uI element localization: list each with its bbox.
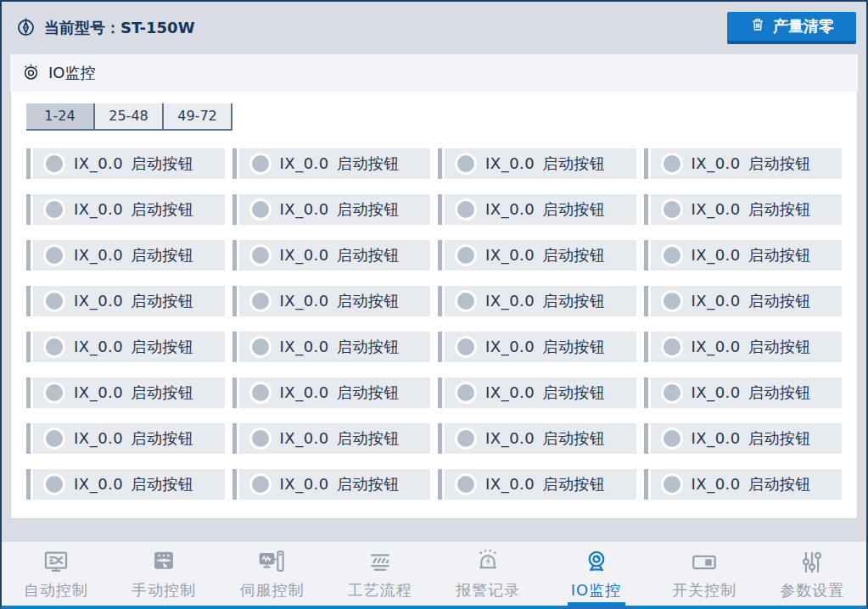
nav-label: 报警记录: [456, 580, 520, 601]
nav-item-switch-control[interactable]: 开关控制: [650, 542, 758, 606]
cell-accent-bar: [232, 423, 237, 454]
led-indicator: [457, 430, 474, 447]
io-cell: IX_0.0启动按钮: [438, 194, 636, 225]
io-code: IX_0.0: [485, 200, 535, 218]
nav-item-auto-control[interactable]: 自动控制: [2, 542, 109, 606]
io-cell: IX_0.0启动按钮: [26, 148, 225, 179]
cell-body: IX_0.0启动按钮: [445, 240, 636, 271]
tab-range-25-48[interactable]: 25-48: [95, 103, 164, 129]
io-cell: IX_0.0启动按钮: [438, 423, 636, 454]
tab-range-1-24[interactable]: 1-24: [26, 103, 95, 129]
cell-accent-bar: [644, 240, 648, 271]
io-cell: IX_0.0启动按钮: [644, 194, 843, 225]
io-label: IX_0.0启动按钮: [280, 245, 400, 265]
alarm-record-icon: [473, 547, 502, 578]
tab-range-49-72[interactable]: 49-72: [164, 103, 232, 129]
nav-item-process-flow[interactable]: 工艺流程: [326, 542, 434, 606]
nav-label: 自动控制: [24, 580, 88, 601]
cell-body: IX_0.0启动按钮: [445, 194, 636, 225]
io-range-tabs: 1-2425-4849-72: [26, 103, 232, 131]
io-name: 启动按钮: [337, 429, 400, 447]
nav-item-servo-control[interactable]: 伺服控制: [218, 542, 326, 606]
io-cell: IX_0.0启动按钮: [232, 423, 431, 454]
led-indicator: [46, 201, 63, 218]
io-label: IX_0.0启动按钮: [692, 291, 811, 311]
cell-accent-bar: [232, 286, 237, 316]
io-name: 启动按钮: [542, 338, 605, 355]
io-label: IX_0.0启动按钮: [692, 428, 811, 449]
cell-body: IX_0.0启动按钮: [445, 469, 636, 500]
cell-body: IX_0.0启动按钮: [445, 286, 636, 316]
led-indicator: [46, 247, 63, 264]
io-cell: IX_0.0启动按钮: [232, 332, 431, 362]
io-code: IX_0.0: [485, 292, 535, 310]
cell-body: IX_0.0启动按钮: [239, 377, 431, 408]
cell-accent-bar: [232, 194, 237, 225]
io-code: IX_0.0: [280, 475, 329, 493]
io-label: IX_0.0启动按钮: [692, 474, 811, 494]
io-cell: IX_0.0启动按钮: [26, 286, 225, 316]
io-monitor-icon: [582, 547, 611, 578]
monitor-eye-icon: [21, 62, 41, 85]
nav-item-io-monitor[interactable]: IO监控: [542, 542, 650, 606]
cell-accent-bar: [644, 194, 648, 225]
cell-accent-bar: [438, 194, 442, 225]
cell-body: IX_0.0启动按钮: [651, 240, 843, 271]
cell-body: IX_0.0启动按钮: [651, 148, 843, 179]
cell-body: IX_0.0启动按钮: [33, 148, 225, 179]
io-name: 启动按钮: [748, 429, 811, 447]
io-cell: IX_0.0启动按钮: [232, 148, 431, 179]
cell-accent-bar: [438, 377, 442, 408]
cell-body: IX_0.0启动按钮: [445, 423, 636, 454]
io-cell: IX_0.0启动按钮: [438, 332, 636, 362]
cell-accent-bar: [644, 377, 648, 408]
io-cell: IX_0.0启动按钮: [232, 240, 431, 271]
led-indicator: [252, 155, 269, 172]
cell-body: IX_0.0启动按钮: [239, 423, 431, 454]
led-indicator: [457, 155, 474, 172]
led-indicator: [457, 338, 474, 355]
cell-accent-bar: [438, 423, 442, 454]
cell-accent-bar: [26, 286, 31, 316]
io-name: 启动按钮: [542, 383, 605, 401]
io-name: 启动按钮: [542, 429, 605, 447]
io-name: 启动按钮: [337, 154, 400, 172]
io-cell: IX_0.0启动按钮: [26, 332, 225, 362]
cell-accent-bar: [26, 469, 31, 500]
io-name: 启动按钮: [748, 383, 811, 401]
io-name: 启动按钮: [748, 475, 811, 493]
io-code: IX_0.0: [280, 292, 329, 310]
cell-accent-bar: [438, 469, 442, 500]
cell-body: IX_0.0启动按钮: [33, 286, 225, 316]
io-name: 启动按钮: [748, 292, 811, 310]
cell-accent-bar: [232, 148, 237, 179]
production-clear-button[interactable]: 产量清零: [727, 12, 856, 44]
led-indicator: [457, 476, 474, 493]
io-cell: IX_0.0启动按钮: [232, 377, 431, 408]
cell-accent-bar: [644, 148, 648, 179]
io-label: IX_0.0启动按钮: [485, 474, 605, 494]
cell-accent-bar: [26, 240, 31, 271]
top-bar: 当前型号：ST-150W 产量清零: [2, 2, 866, 54]
nav-label: IO监控: [571, 580, 621, 601]
io-name: 启动按钮: [131, 154, 193, 172]
io-code: IX_0.0: [692, 383, 741, 401]
io-name: 启动按钮: [131, 429, 193, 447]
io-code: IX_0.0: [280, 429, 329, 447]
io-cell: IX_0.0启动按钮: [26, 423, 225, 454]
io-code: IX_0.0: [74, 475, 123, 493]
io-label: IX_0.0启动按钮: [692, 199, 811, 220]
io-cell: IX_0.0启动按钮: [438, 240, 636, 271]
nav-item-manual-control[interactable]: 手动控制: [109, 542, 217, 606]
nav-item-alarm-record[interactable]: 报警记录: [434, 542, 542, 606]
cell-accent-bar: [26, 332, 31, 362]
cell-accent-bar: [644, 469, 648, 500]
io-cell: IX_0.0启动按钮: [26, 377, 225, 408]
io-code: IX_0.0: [692, 154, 741, 172]
panel-title: IO监控: [48, 63, 95, 83]
io-name: 启动按钮: [748, 338, 811, 355]
io-label: IX_0.0启动按钮: [280, 199, 400, 220]
nav-item-parameter-settings[interactable]: 参数设置: [759, 542, 866, 606]
io-panel: 1-2425-4849-72 IX_0.0启动按钮IX_0.0启动按钮IX_0.…: [10, 92, 858, 519]
io-label: IX_0.0启动按钮: [485, 291, 605, 311]
